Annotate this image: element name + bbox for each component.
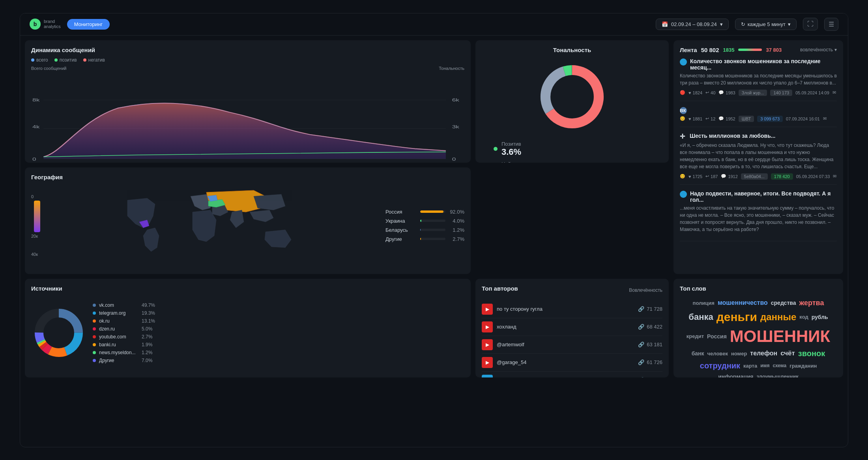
feed-card: Лента 50 802 1835 37 803 вовлечённость ▾…: [673, 40, 843, 274]
share-icon: 🔗: [638, 377, 644, 377]
logo: b brand analytics: [30, 19, 61, 30]
engagement-tag: 178 420: [771, 173, 793, 180]
platform-icon-other: ✛: [680, 133, 685, 140]
svg-text:4k: 4k: [32, 124, 40, 129]
word-телефон[interactable]: телефон: [750, 350, 777, 357]
tonality-title: Тональность: [553, 47, 591, 53]
refresh-control[interactable]: ↻ каждые 5 минут ▾: [735, 19, 797, 30]
word-гражданин[interactable]: гражданин: [789, 363, 817, 369]
header: b brand analytics Мониторинг 📅 02.09.24 …: [20, 13, 848, 36]
feed-item[interactable]: Надо подвести, наверное, итоги. Все подв…: [680, 190, 837, 241]
engagement-tag: 3 099 673: [757, 116, 783, 122]
monitoring-button[interactable]: Мониторинг: [67, 19, 110, 30]
word-средства[interactable]: средства: [771, 300, 796, 306]
word-карта[interactable]: карта: [743, 363, 757, 369]
geo-content: 0 20к 40к: [31, 184, 464, 267]
word-схема[interactable]: схема: [773, 363, 786, 368]
map-legend: 0 20к 40к: [31, 184, 43, 267]
word-счёт[interactable]: счёт: [780, 349, 795, 357]
refresh-icon: ↻: [741, 21, 745, 27]
tonality-card: Тональность: [475, 40, 669, 163]
svg-text:6k: 6k: [452, 98, 460, 102]
word-человек[interactable]: человек: [707, 351, 728, 357]
platform-icon-telegram: [680, 58, 687, 66]
word-деньги[interactable]: деньги: [716, 310, 757, 324]
map-legend-bar: [34, 201, 40, 232]
sources-donut: [31, 305, 86, 360]
feed-stat-negative: 37 803: [766, 47, 782, 53]
feed-stat-bar: [738, 49, 762, 51]
menu-button[interactable]: ☰: [824, 18, 838, 31]
chart-axis-labels: Всего сообщений Тональность: [31, 66, 464, 94]
author-row: ▶ по ту сторону гугла 🔗 71 728: [482, 300, 662, 318]
feed-item[interactable]: ✛ Шесть миллионов за любовь... «И я, – о…: [680, 133, 837, 185]
source-tag: Злой жур...: [739, 90, 767, 96]
word-Россия[interactable]: Россия: [707, 333, 727, 340]
word-жертва[interactable]: жертва: [799, 299, 824, 307]
reaction-icon: 😊: [680, 116, 685, 121]
authors-header: Топ авторов Вовлечённость: [482, 285, 662, 296]
word-банк[interactable]: банк: [692, 350, 704, 357]
word-имя[interactable]: имя: [760, 363, 769, 368]
author-platform-icon: ✈: [482, 375, 493, 377]
share-icon: 🔗: [638, 324, 644, 330]
word-кредит[interactable]: кредит: [687, 333, 704, 339]
geo-row-other: Другие 2.7%: [385, 236, 464, 242]
word-банка[interactable]: банка: [688, 312, 713, 322]
author-platform-icon: ▶: [482, 321, 493, 332]
feed-filter[interactable]: вовлечённость ▾: [800, 47, 837, 53]
header-controls: 📅 02.09.24 – 08.09.24 ▾ ↻ каждые 5 минут…: [656, 18, 838, 31]
feed-item[interactable]: Количество звонков мошенников за последн…: [680, 58, 837, 101]
word-сотрудник[interactable]: сотрудник: [700, 361, 740, 370]
word-полиция[interactable]: полиция: [693, 300, 715, 306]
svg-text:8k: 8k: [32, 98, 40, 102]
word-звонок[interactable]: звонок: [798, 349, 825, 358]
word-данные[interactable]: данные: [760, 312, 796, 323]
feed-stat-positive: 1835: [723, 47, 735, 53]
y-label-left: Всего сообщений: [31, 66, 66, 94]
feed-item[interactable]: вк 😊 ♥ 1881 ↩ 12 💬 1952 ШВТ 3 099 673 07…: [680, 107, 837, 127]
world-map: [49, 184, 379, 267]
word-мошенник[interactable]: МОШЕННИК: [730, 327, 830, 346]
geo-row-ukraine: Украина 4.0%: [385, 218, 464, 224]
author-platform-icon: ▶: [482, 339, 493, 350]
feed-header: Лента 50 802 1835 37 803 вовлечённость ▾: [680, 47, 837, 53]
authors-filter[interactable]: Вовлечённость: [629, 287, 662, 293]
source-vk: vk.com 49.7%: [93, 302, 155, 308]
source-banki: banki.ru 1.9%: [93, 342, 155, 347]
word-злоумышленник[interactable]: злоумышленник: [757, 374, 799, 377]
tonality-legend: Позитив 3.6% Нейтрально 22.0% Негатив: [482, 141, 662, 163]
date-range-picker[interactable]: 📅 02.09.24 – 08.09.24 ▾: [656, 19, 729, 30]
logo-icon: b: [30, 19, 41, 30]
geo-stats: Россия 92.0% Украина 4.0%: [385, 184, 464, 267]
words-title: Топ слов: [680, 285, 837, 292]
word-номер[interactable]: номер: [731, 351, 747, 357]
feed-items: Количество звонков мошенников за последн…: [680, 58, 837, 268]
source-ok: ok.ru 13.1%: [93, 318, 155, 324]
empty-slot: [475, 167, 669, 274]
word-рубль[interactable]: рубль: [812, 314, 828, 320]
messages-title: Динамика сообщений: [31, 47, 105, 53]
geo-row-russia: Россия 92.0%: [385, 209, 464, 215]
mail-icon: ✉: [823, 116, 827, 121]
word-информация[interactable]: информация: [718, 374, 753, 377]
svg-text:0: 0: [32, 157, 36, 161]
word-код[interactable]: код: [799, 314, 808, 320]
messages-legend: всего позитив негатив: [31, 57, 105, 63]
word-мошенничество[interactable]: мошенничество: [718, 299, 768, 306]
messages-chart: 8k 4k 0 6k 3k 0: [31, 96, 464, 163]
authors-title: Топ авторов: [482, 285, 518, 292]
mail-icon: ✉: [833, 174, 836, 179]
legend-positive: позитив: [54, 57, 77, 63]
messages-card: Динамика сообщений всего позитив нега: [25, 40, 471, 163]
expand-button[interactable]: ⛶: [803, 18, 818, 30]
source-youtube: youtube.com 2.7%: [93, 334, 155, 340]
main-content: Динамика сообщений всего позитив нега: [20, 36, 848, 447]
chevron-down-icon: ▾: [720, 21, 723, 27]
feed-title: Лента: [680, 47, 697, 53]
source-tag: 5e80a04...: [741, 173, 768, 180]
geo-row-belarus: Беларусь 1.2%: [385, 227, 464, 233]
platform-icon-telegram: [680, 191, 687, 198]
share-icon: 🔗: [638, 359, 644, 365]
tonality-donut: [537, 61, 608, 132]
